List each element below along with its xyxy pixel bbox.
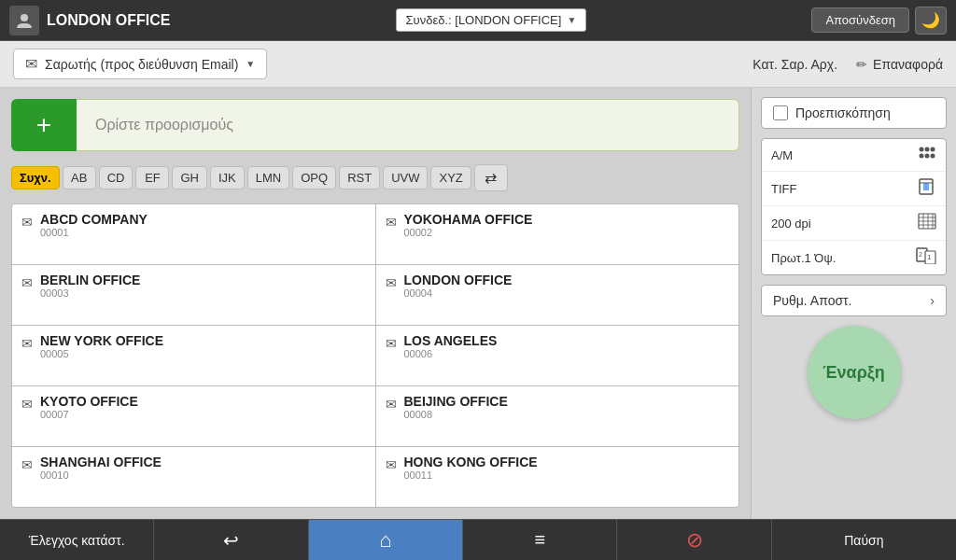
logout-button[interactable]: Αποσύνδεση — [811, 7, 909, 33]
contact-item[interactable]: ✉ LONDON OFFICE 00004 — [376, 265, 739, 325]
contact-item[interactable]: ✉ BEIJING OFFICE 00008 — [376, 386, 739, 446]
add-destination-button[interactable]: + — [11, 99, 77, 151]
alpha-tab-uvw[interactable]: UVW — [383, 166, 428, 189]
contact-name: ABCD COMPANY — [40, 212, 148, 227]
alpha-tab-gh[interactable]: GH — [172, 166, 207, 189]
back-button[interactable]: ↩ — [154, 520, 308, 560]
setting-tiff-label: TIFF — [771, 182, 796, 196]
contact-name: LONDON OFFICE — [404, 273, 513, 287]
contact-name: LOS ANGELES — [404, 333, 498, 348]
contact-item[interactable]: ✉ NEW YORK OFFICE 00005 — [12, 326, 375, 385]
start-button[interactable]: Έναρξη — [808, 326, 901, 419]
setting-tiff-icon — [918, 178, 936, 199]
contact-item[interactable]: ✉ ABCD COMPANY 00001 — [12, 204, 375, 264]
setting-item-am[interactable]: Α/Μ — [762, 139, 946, 172]
stop-button[interactable]: ⊘ — [617, 520, 771, 560]
svg-point-3 — [931, 147, 935, 152]
svg-point-6 — [931, 154, 935, 159]
contact-info: HONG KONG OFFICE 00011 — [404, 455, 538, 481]
alpha-tab-rst[interactable]: RST — [339, 166, 380, 189]
alpha-tab-lmn[interactable]: LMN — [247, 166, 289, 189]
setting-am-icon — [918, 146, 936, 164]
contact-envelope-icon: ✉ — [386, 336, 397, 351]
envelope-icon: ✉ — [25, 55, 37, 73]
scanner-dropdown-icon: ▼ — [246, 59, 255, 69]
setting-dpi-icon — [918, 213, 936, 233]
contact-info: BEIJING OFFICE 00008 — [404, 394, 508, 420]
contact-envelope-icon: ✉ — [21, 275, 33, 290]
alpha-tab-xyz[interactable]: XYZ — [430, 166, 471, 189]
alpha-tab-ijk[interactable]: IJK — [210, 166, 245, 189]
status-button[interactable]: Έλεγχος κατάστ. — [0, 520, 154, 560]
contact-item[interactable]: ✉ BERLIN OFFICE 00003 — [12, 265, 375, 325]
menu-button[interactable]: ≡ — [463, 520, 617, 560]
contact-code: 00002 — [404, 227, 533, 238]
home-icon: ⌂ — [379, 528, 391, 553]
contact-name: YOKOHAMA OFFICE — [404, 212, 533, 227]
contact-code: 00011 — [404, 469, 538, 481]
restore-label: Επαναφορά — [873, 57, 943, 72]
status-label: Έλεγχος κατάστ. — [29, 533, 125, 548]
setting-dpi-label: 200 dpi — [771, 217, 811, 231]
office-title: LONDON OFFICE — [47, 12, 170, 29]
menu-icon: ≡ — [534, 529, 545, 551]
contact-info: NEW YORK OFFICE 00005 — [40, 333, 163, 359]
pause-button[interactable]: Παύση — [772, 520, 956, 560]
setting-am-label: Α/Μ — [771, 148, 793, 162]
recents-tab[interactable]: ⇄ — [474, 164, 508, 191]
archive-action[interactable]: Κατ. Σαρ. Αρχ. — [752, 57, 837, 72]
dropdown-arrow-icon: ▼ — [567, 15, 576, 25]
bottom-bar: Έλεγχος κατάστ. ↩ ⌂ ≡ ⊘ Παύση — [0, 519, 956, 560]
preview-button[interactable]: Προεπισκόπηση — [761, 97, 947, 129]
archive-label: Κατ. Σαρ. Αρχ. — [752, 57, 837, 72]
setting-item-dpi[interactable]: 200 dpi — [762, 206, 946, 241]
preview-label: Προεπισκόπηση — [795, 105, 891, 120]
add-icon: + — [36, 110, 51, 140]
alpha-tab-ab[interactable]: AB — [63, 166, 96, 189]
contact-name: HONG KONG OFFICE — [404, 455, 538, 469]
contact-info: LOS ANGELES 00006 — [404, 333, 498, 359]
dark-mode-button[interactable]: 🌙 — [915, 7, 947, 35]
contact-code: 00007 — [40, 409, 138, 420]
user-icon — [9, 6, 39, 35]
contact-item[interactable]: ✉ YOKOHAMA OFFICE 00002 — [376, 204, 739, 264]
alpha-tab-opq[interactable]: OPQ — [292, 166, 336, 189]
alpha-tab-frequent[interactable]: Συχν. — [11, 166, 60, 189]
setting-page-label: Πρωτ.1 Όψ. — [771, 251, 836, 265]
settings-btn-label: Ρυθμ. Αποστ. — [773, 293, 852, 308]
alpha-tab-cd[interactable]: CD — [99, 166, 134, 189]
scanner-button[interactable]: ✉ Σαρωτής (προς διεύθυνση Email) ▼ — [13, 49, 267, 79]
contact-item[interactable]: ✉ SHANGHAI OFFICE 00010 — [12, 447, 375, 507]
svg-text:2: 2 — [919, 251, 922, 258]
restore-action[interactable]: ✏ Επαναφορά — [856, 57, 943, 72]
destination-label: Ορίστε προορισμούς — [77, 99, 739, 151]
destination-placeholder: Ορίστε προορισμούς — [95, 117, 233, 133]
contact-info: SHANGHAI OFFICE 00010 — [40, 455, 162, 481]
connected-info: Συνδεδ.: [LONDON OFFICE] ▼ — [177, 8, 804, 32]
contact-item[interactable]: ✉ KYOTO OFFICE 00007 — [12, 386, 375, 446]
contact-envelope-icon: ✉ — [386, 457, 397, 472]
setting-item-page[interactable]: Πρωτ.1 Όψ. 1 2 — [762, 241, 946, 274]
contact-code: 00010 — [40, 469, 162, 481]
contact-info: YOKOHAMA OFFICE 00002 — [404, 212, 533, 238]
chevron-right-icon: › — [930, 293, 935, 308]
alpha-tab-ef[interactable]: EF — [135, 166, 169, 189]
send-settings-button[interactable]: Ρυθμ. Αποστ. › — [761, 285, 947, 316]
moon-icon: 🌙 — [921, 11, 940, 29]
svg-text:1: 1 — [927, 253, 932, 261]
contact-envelope-icon: ✉ — [386, 275, 397, 290]
contact-item[interactable]: ✉ HONG KONG OFFICE 00011 — [376, 447, 739, 507]
home-button[interactable]: ⌂ — [309, 520, 463, 560]
svg-rect-8 — [923, 183, 929, 190]
preview-checkbox[interactable] — [773, 105, 788, 120]
setting-item-tiff[interactable]: TIFF — [762, 172, 946, 206]
second-bar: ✉ Σαρωτής (προς διεύθυνση Email) ▼ Κατ. … — [0, 41, 956, 88]
alpha-tabs: Συχν. AB CD EF GH IJK LMN OPQ RST UVW XY… — [11, 161, 739, 194]
svg-point-4 — [920, 154, 924, 159]
contact-item[interactable]: ✉ LOS ANGELES 00006 — [376, 326, 739, 385]
contact-envelope-icon: ✉ — [386, 215, 397, 230]
svg-point-1 — [920, 147, 924, 152]
contact-name: NEW YORK OFFICE — [40, 333, 163, 348]
contact-name: SHANGHAI OFFICE — [40, 455, 162, 469]
destination-row: + Ορίστε προορισμούς — [11, 99, 739, 151]
